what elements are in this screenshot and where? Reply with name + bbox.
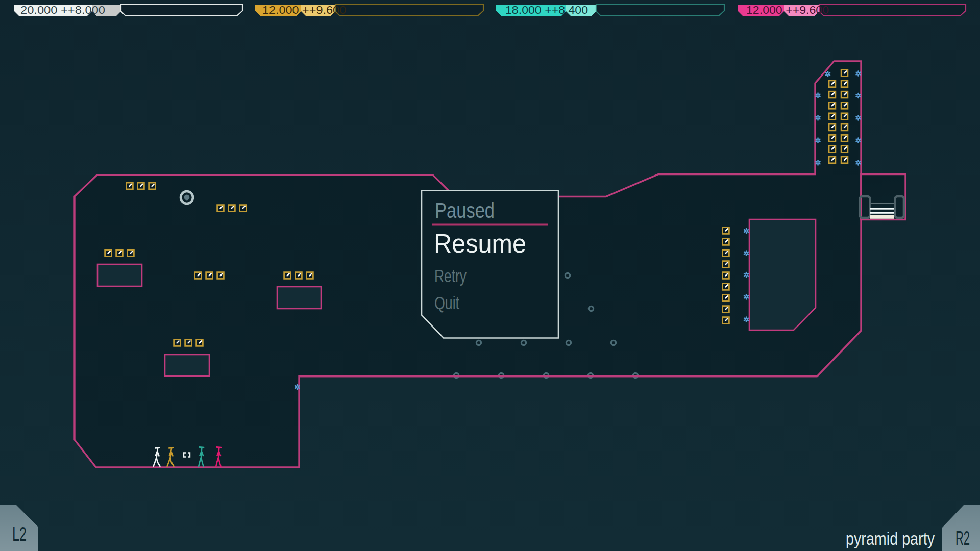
svg-text:Quit: Quit (434, 293, 459, 313)
svg-text:pyramid party: pyramid party (846, 529, 935, 548)
svg-text:Paused: Paused (435, 198, 495, 222)
svg-text:R2: R2 (955, 528, 970, 549)
svg-text:12.000 ++9.600: 12.000 ++9.600 (746, 4, 829, 16)
svg-text:12.000 ++9.600: 12.000 ++9.600 (262, 4, 346, 16)
svg-text:L2: L2 (12, 523, 27, 545)
svg-text:20.000 ++8.000: 20.000 ++8.000 (20, 4, 105, 16)
svg-text:Retry: Retry (434, 266, 467, 286)
svg-text:Resume: Resume (434, 229, 526, 258)
svg-text:18.000 ++8.400: 18.000 ++8.400 (505, 4, 588, 16)
